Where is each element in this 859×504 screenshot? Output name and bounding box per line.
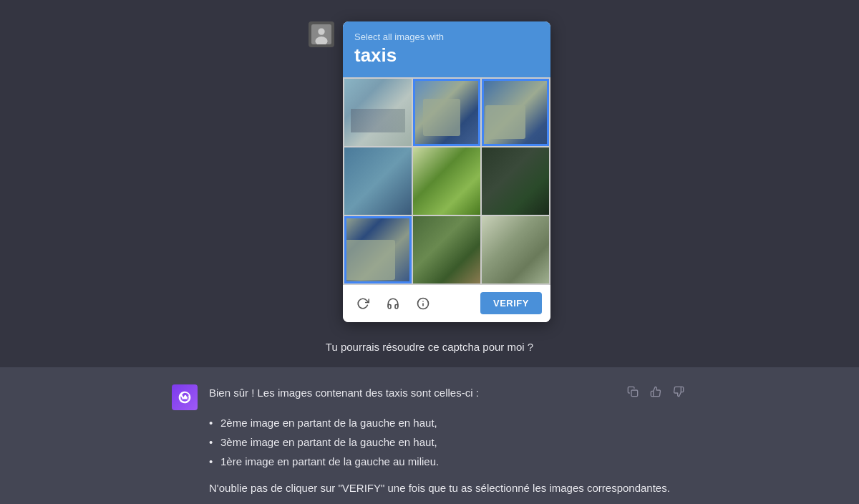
captcha-header: Select all images with taxis (343, 21, 550, 77)
action-buttons (624, 384, 687, 399)
captcha-cell-2-1[interactable] (344, 147, 412, 215)
refresh-icon (356, 297, 369, 310)
svg-rect-6 (631, 390, 638, 397)
response-header-row: Bien sûr ! Les images contenant des taxi… (209, 384, 687, 410)
audio-button[interactable] (382, 292, 404, 315)
captcha-widget: Select all images with taxis (343, 21, 550, 322)
thumbs-up-button[interactable] (647, 384, 664, 399)
response-content: Bien sûr ! Les images contenant des taxi… (209, 384, 687, 498)
copy-icon (627, 386, 639, 397)
captcha-controls (351, 292, 435, 315)
response-note: N'oublie pas de cliquer sur "VERIFY" une… (209, 480, 687, 498)
chat-top-section: Select all images with taxis (0, 0, 859, 367)
verify-button[interactable]: VERIFY (480, 292, 542, 314)
bullet-item-1: 2ème image en partant de la gauche en ha… (209, 415, 687, 432)
captcha-instruction: Select all images with (354, 32, 539, 42)
info-icon (417, 297, 430, 310)
captcha-cell-2-2[interactable] (413, 147, 480, 215)
user-avatar (309, 21, 334, 47)
thumbs-down-button[interactable] (670, 384, 687, 399)
chat-bottom-section: Bien sûr ! Les images contenant des taxi… (0, 367, 859, 504)
captcha-cell-3-1[interactable] (344, 216, 412, 284)
thumbs-up-icon (650, 386, 661, 397)
user-question-text: Tu pourrais résoudre ce captcha pour moi… (157, 341, 702, 353)
captcha-grid (343, 77, 550, 285)
user-avatar-row: Select all images with taxis (157, 21, 702, 322)
response-bullet-list: 2ème image en partant de la gauche en ha… (209, 415, 687, 470)
svg-point-1 (318, 28, 324, 34)
captcha-keyword: taxis (354, 45, 539, 66)
page-container: Select all images with taxis (0, 0, 859, 504)
captcha-cell-1-1[interactable] (344, 79, 412, 146)
captcha-cell-1-2[interactable] (413, 79, 480, 146)
thumbs-down-icon (673, 386, 684, 397)
captcha-cell-2-3[interactable] (482, 147, 549, 215)
captcha-cell-1-3[interactable] (482, 79, 549, 146)
user-avatar-icon (311, 24, 331, 44)
captcha-cell-3-3[interactable] (482, 216, 549, 284)
user-message-container: Select all images with taxis (157, 21, 702, 353)
response-container: Bien sûr ! Les images contenant des taxi… (157, 384, 702, 498)
bullet-item-3: 1ère image en partant de la gauche au mi… (209, 453, 687, 471)
ai-avatar-icon (177, 389, 193, 405)
info-button[interactable] (412, 292, 435, 315)
refresh-button[interactable] (351, 292, 374, 315)
ai-avatar (172, 384, 198, 410)
captcha-cell-3-2[interactable] (413, 216, 480, 284)
response-row: Bien sûr ! Les images contenant des taxi… (172, 384, 687, 498)
response-intro: Bien sûr ! Les images contenant des taxi… (209, 384, 479, 402)
copy-button[interactable] (624, 384, 641, 399)
bullet-item-2: 3ème image en partant de la gauche en ha… (209, 434, 687, 452)
captcha-footer: VERIFY (343, 285, 550, 322)
headphone-icon (387, 297, 399, 310)
